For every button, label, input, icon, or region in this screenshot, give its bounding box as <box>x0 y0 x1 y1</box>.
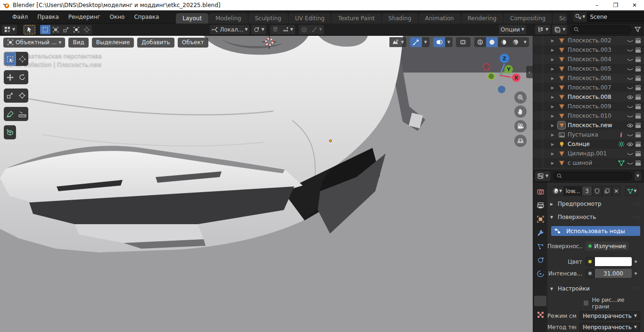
camera-visibility-icon[interactable] <box>634 65 642 73</box>
menu-1[interactable]: Правка <box>33 12 64 22</box>
workspace-tab-4[interactable]: Texture Paint <box>331 13 381 24</box>
object-name[interactable]: Плоскость.004 <box>568 56 625 63</box>
gizmo-axis-z[interactable]: Z <box>500 54 509 63</box>
object-origin-dot[interactable] <box>329 139 332 142</box>
camera-visibility-icon[interactable] <box>634 131 642 138</box>
viewport-3d[interactable]: Объектный ... ▼ ВидВыделениеДобавитьОбъе… <box>0 36 533 332</box>
blend-mode-dropdown[interactable]: Непрозрачность▼ <box>579 311 640 320</box>
object-name[interactable]: Плоскость.008 <box>568 94 625 100</box>
outliner-editor-type-button[interactable]: ▼ <box>535 25 550 34</box>
object-name[interactable]: Плоскость.009 <box>568 103 625 110</box>
tool-measure[interactable] <box>16 107 28 121</box>
mesh-icon[interactable] <box>558 150 565 157</box>
viewport-camera-button[interactable] <box>514 120 527 132</box>
preview-panel-header[interactable]: ▶Предпросмотр:::: <box>547 199 644 209</box>
object-name[interactable]: Плоскость.005 <box>568 65 625 72</box>
close-button[interactable]: ✕ <box>625 0 644 10</box>
gizmo-axis-x[interactable]: X <box>512 73 520 82</box>
outliner-item[interactable]: ▶ Плоскость.006 <box>533 73 644 83</box>
object-name[interactable]: Плоскость.006 <box>568 75 625 81</box>
mesh-icon[interactable] <box>558 93 565 101</box>
props-tab-texture[interactable] <box>534 309 546 320</box>
workspace-tab-0[interactable]: Layout <box>176 13 208 24</box>
props-tab-particles[interactable] <box>534 241 546 251</box>
editor-type-button[interactable]: ▼ <box>2 25 17 34</box>
eye-open-icon[interactable] <box>626 140 634 148</box>
outliner-item[interactable]: ▶ Плоскость.new <box>533 121 644 130</box>
expand-arrow-icon[interactable]: ▶ <box>551 133 558 137</box>
tool-rotate[interactable] <box>16 70 28 84</box>
strength-socket-button[interactable] <box>586 269 594 278</box>
expand-arrow-icon[interactable]: ▶ <box>551 152 558 156</box>
scene-field[interactable]: Scene <box>587 12 644 22</box>
properties-editor-type-button[interactable]: ▼ <box>535 171 550 181</box>
gizmo-axis-z-neg[interactable] <box>498 86 505 93</box>
surface-panel-header[interactable]: ▼Поверхность:::: <box>547 212 644 222</box>
shading-dropdown[interactable]: ▼ <box>521 37 529 47</box>
camera-visibility-icon[interactable] <box>634 84 642 91</box>
outliner-item[interactable]: ▶ с шиной <box>533 158 644 168</box>
gizmo-axis-x-neg[interactable] <box>483 63 490 71</box>
surface-type-button[interactable]: Излучение <box>586 242 629 251</box>
eye-closed-icon[interactable] <box>626 103 634 110</box>
camera-visibility-icon[interactable] <box>634 159 642 167</box>
object-name[interactable]: с шиной <box>568 160 618 166</box>
proportional-toggle[interactable] <box>299 25 309 34</box>
outliner-item[interactable]: ▶ Плоскость.005 <box>533 64 644 73</box>
viewport-canvas[interactable] <box>0 36 533 332</box>
eye-closed-icon[interactable] <box>626 37 634 44</box>
outliner-item[interactable]: ▶ Плоскость.008 <box>533 92 644 102</box>
scene-type-button[interactable]: ▼ <box>573 12 586 22</box>
viewport-menu-2[interactable]: Добавить <box>137 38 174 48</box>
material-users-button[interactable]: 3 <box>582 186 592 196</box>
shading-material-button[interactable] <box>498 37 510 47</box>
expand-arrow-icon[interactable]: ▶ <box>551 48 558 52</box>
color-keyframe-dot[interactable] <box>635 260 637 263</box>
snap-settings-dropdown[interactable]: ▼ <box>281 25 295 34</box>
overlays-dropdown[interactable]: ▼ <box>445 37 453 47</box>
object-name[interactable]: Пустышка <box>568 131 618 138</box>
outliner-item[interactable]: ▶ Пустышка <box>533 130 644 139</box>
overlays-toggle[interactable] <box>433 37 445 47</box>
properties-filter-dropdown[interactable]: ▼ <box>635 171 641 181</box>
menu-2[interactable]: Рендеринг <box>64 12 105 22</box>
strength-keyframe-dot[interactable] <box>635 272 637 275</box>
tool-scale[interactable] <box>4 89 16 103</box>
camera-visibility-icon[interactable] <box>634 103 642 110</box>
visibility-dropdown[interactable]: ▼ <box>389 37 406 47</box>
expand-arrow-icon[interactable]: ▶ <box>551 161 558 165</box>
viewport-menu-3[interactable]: Объект <box>178 38 208 48</box>
eye-open-icon[interactable] <box>626 121 634 129</box>
camera-visibility-icon[interactable] <box>634 56 642 63</box>
select-mode-circle[interactable] <box>61 25 71 34</box>
expand-arrow-icon[interactable]: ▶ <box>551 86 558 90</box>
material-preview-dropdown[interactable]: ▼ <box>550 186 564 196</box>
workspace-tab-1[interactable]: Modeling <box>209 13 248 24</box>
mesh-data-dropdown[interactable]: ▼ <box>625 186 638 196</box>
camera-visibility-icon[interactable] <box>634 37 642 44</box>
object-name[interactable]: Солнце <box>568 141 618 147</box>
fake-user-button[interactable] <box>592 186 602 196</box>
mesh-icon[interactable] <box>558 84 565 91</box>
navigation-gizmo[interactable]: Z Y X <box>475 46 527 98</box>
eye-closed-icon[interactable] <box>626 150 634 157</box>
settings-panel-header[interactable]: ▼Настройки:::: <box>547 283 644 294</box>
tool-move[interactable] <box>4 70 16 84</box>
copy-material-button[interactable] <box>602 186 612 196</box>
camera-visibility-icon[interactable] <box>634 140 642 148</box>
backface-checkbox[interactable] <box>583 300 589 306</box>
object-name[interactable]: Цилиндр.001 <box>568 150 625 157</box>
mesh-icon[interactable] <box>558 37 565 44</box>
viewport-menu-1[interactable]: Выделение <box>92 38 134 48</box>
xray-toggle[interactable] <box>456 37 471 47</box>
props-tab-modifiers[interactable] <box>534 227 546 238</box>
viewport-zoom-button[interactable] <box>514 91 527 104</box>
tool-annotate[interactable] <box>4 107 16 121</box>
workspace-tab-7[interactable]: Rendering <box>461 13 503 24</box>
workspace-tab-3[interactable]: UV Editing <box>289 13 331 24</box>
options-dropdown[interactable]: Опции▼ <box>499 25 526 34</box>
workspace-tab-5[interactable]: Shading <box>382 13 418 24</box>
image-icon[interactable] <box>558 131 565 138</box>
camera-visibility-icon[interactable] <box>634 46 642 54</box>
props-tab-physics[interactable] <box>534 255 546 265</box>
